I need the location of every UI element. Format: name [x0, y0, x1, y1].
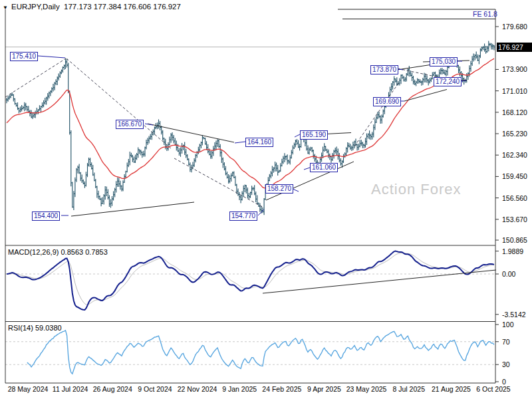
annotation-leader: [293, 189, 299, 192]
swing-level-annotation[interactable]: 169.690: [373, 97, 401, 106]
macd-axis-label: 0.00: [502, 270, 515, 278]
swing-level-annotation[interactable]: 158.270: [265, 184, 293, 194]
swing-level-annotation[interactable]: 166.670: [116, 120, 144, 129]
price-axis-label: 156.560: [502, 194, 527, 202]
rsi-axis-label: 70: [502, 338, 510, 346]
price-axis-label: 171.010: [502, 87, 527, 95]
swing-level-annotation[interactable]: 165.190: [300, 130, 328, 140]
swing-level-annotation[interactable]: 164.160: [245, 138, 273, 147]
trendline-dashed: [66, 59, 172, 149]
macd-indicator-label: MACD(12,26,9) 0.8563 0.7853: [8, 248, 108, 256]
macd-trendline: [263, 270, 496, 293]
annotation-leader: [295, 134, 300, 137]
rsi-axis-label: 30: [502, 360, 510, 368]
annotation-leader: [235, 142, 245, 143]
rsi-indicator-label: RSI(14) 59.0380: [8, 324, 62, 332]
watermark: Action Forex: [371, 181, 462, 198]
macd-signal-line: [7, 253, 494, 305]
chart-title: EURJPY,Daily 177.173 177.384 176.606 176…: [11, 3, 181, 11]
price-axis-label: 168.120: [502, 108, 527, 116]
price-axis-label: 162.340: [502, 151, 527, 159]
trendline-dashed: [174, 158, 263, 207]
price-axis-label: 159.450: [502, 172, 527, 180]
rsi-axis-label: 100: [502, 321, 514, 329]
moving-average-line: [7, 59, 494, 188]
price-axis-label: 173.900: [502, 65, 527, 73]
price-axis-label: 165.230: [502, 130, 527, 138]
swing-level-annotation[interactable]: 175.410: [10, 52, 38, 61]
trendline-dashed: [354, 82, 399, 146]
annotation-leader: [38, 56, 65, 58]
trendline: [404, 90, 447, 102]
macd-axis-label: 1.9889: [502, 247, 523, 255]
annotation-leader: [304, 168, 310, 170]
swing-level-annotation[interactable]: 161.060: [310, 163, 338, 172]
swing-level-annotation[interactable]: 173.870: [370, 65, 398, 74]
trendline-dashed: [5, 59, 66, 97]
date-axis-label: 6 Oct 2025: [464, 385, 523, 393]
trendline: [71, 202, 194, 216]
swing-level-annotation[interactable]: 154.770: [229, 211, 257, 221]
swing-level-annotation[interactable]: 154.400: [32, 211, 60, 221]
swing-level-annotation[interactable]: 175,030: [430, 57, 458, 66]
macd-main-line: [7, 251, 494, 310]
macd-axis-label: -3.5142: [502, 311, 526, 319]
trendline: [148, 124, 234, 142]
mt4-chart-window: ▼ EURJPY,Daily 177.173 177.384 176.606 1…: [0, 0, 532, 399]
symbol-dropdown-icon[interactable]: ▼: [3, 5, 8, 11]
ohlc-values: 177.173 177.384 176.606 176.927: [64, 3, 181, 11]
time-axis[interactable]: 28 May 202411 Jul 202426 Aug 20249 Oct 2…: [0, 385, 532, 394]
trendline: [326, 133, 351, 134]
rsi-line: [27, 331, 494, 374]
current-price-tag: 176.927: [497, 43, 532, 52]
fibonacci-expansion-label: FE 61.8: [473, 10, 497, 18]
symbol-period: EURJPY,Daily: [11, 3, 60, 11]
swing-level-annotation[interactable]: 172,240: [434, 77, 462, 86]
price-axis-label: 179.680: [502, 23, 527, 31]
price-axis-label: 150.865: [502, 236, 527, 244]
price-axis-label: 153.670: [502, 215, 527, 223]
